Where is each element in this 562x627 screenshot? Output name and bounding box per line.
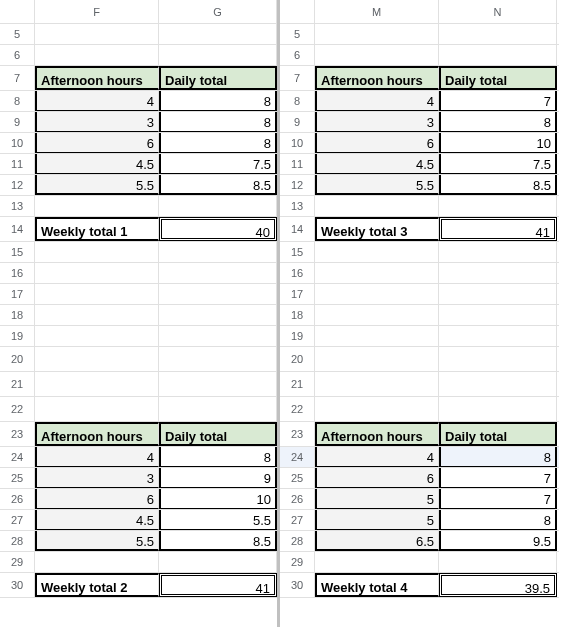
cell[interactable] xyxy=(35,263,159,283)
cell[interactable] xyxy=(439,196,557,216)
row-header[interactable]: 17 xyxy=(0,284,35,304)
cell[interactable] xyxy=(35,24,159,44)
cell[interactable] xyxy=(159,552,277,572)
cell[interactable] xyxy=(315,552,439,572)
cell[interactable] xyxy=(35,196,159,216)
row-header[interactable]: 17 xyxy=(280,284,315,304)
header-daily[interactable]: Daily total xyxy=(439,422,557,446)
cell[interactable]: 5.5 xyxy=(35,175,159,195)
cell[interactable] xyxy=(439,242,557,262)
row-header[interactable]: 24 xyxy=(280,447,315,467)
row-header[interactable]: 13 xyxy=(280,196,315,216)
cell[interactable]: 3 xyxy=(315,112,439,132)
cell[interactable]: 9 xyxy=(159,468,277,488)
row-header[interactable]: 18 xyxy=(0,305,35,325)
row-header[interactable]: 23 xyxy=(280,422,315,446)
cell[interactable] xyxy=(159,24,277,44)
cell[interactable] xyxy=(35,284,159,304)
header-daily[interactable]: Daily total xyxy=(159,422,277,446)
header-afternoon[interactable]: Afternoon hours xyxy=(315,422,439,446)
cell[interactable]: 8 xyxy=(159,133,277,153)
col-header-G[interactable]: G xyxy=(159,0,277,23)
cell[interactable]: 8 xyxy=(439,510,557,530)
cell[interactable]: 6 xyxy=(315,133,439,153)
cell[interactable]: 8 xyxy=(159,112,277,132)
row-header[interactable]: 18 xyxy=(280,305,315,325)
cell[interactable] xyxy=(315,45,439,65)
cell[interactable]: 7 xyxy=(439,489,557,509)
cell[interactable]: 6 xyxy=(315,468,439,488)
row-header[interactable]: 25 xyxy=(280,468,315,488)
row-header[interactable]: 26 xyxy=(0,489,35,509)
row-header[interactable]: 28 xyxy=(0,531,35,551)
cell[interactable]: 6 xyxy=(35,133,159,153)
cell[interactable]: 7 xyxy=(439,91,557,111)
cell[interactable] xyxy=(439,284,557,304)
weekly-total-value[interactable]: 41 xyxy=(159,573,277,597)
cell[interactable] xyxy=(439,326,557,346)
row-header[interactable]: 11 xyxy=(280,154,315,174)
cell[interactable]: 5 xyxy=(315,489,439,509)
row-header[interactable]: 28 xyxy=(280,531,315,551)
row-header[interactable]: 7 xyxy=(0,66,35,90)
cell[interactable]: 4.5 xyxy=(315,154,439,174)
cell[interactable]: 8 xyxy=(439,112,557,132)
row-header[interactable]: 16 xyxy=(280,263,315,283)
header-daily[interactable]: Daily total xyxy=(159,66,277,90)
cell[interactable] xyxy=(35,552,159,572)
row-header[interactable]: 15 xyxy=(280,242,315,262)
row-header[interactable]: 23 xyxy=(0,422,35,446)
cell[interactable]: 4.5 xyxy=(35,510,159,530)
cell[interactable]: 9.5 xyxy=(439,531,557,551)
row-header[interactable]: 29 xyxy=(0,552,35,572)
cell[interactable]: 4.5 xyxy=(35,154,159,174)
cell[interactable] xyxy=(35,305,159,325)
row-header[interactable]: 25 xyxy=(0,468,35,488)
row-header[interactable]: 19 xyxy=(280,326,315,346)
cell[interactable]: 7 xyxy=(439,468,557,488)
row-header[interactable]: 6 xyxy=(280,45,315,65)
row-header[interactable]: 21 xyxy=(280,372,315,396)
cell[interactable]: 5.5 xyxy=(35,531,159,551)
row-header[interactable]: 10 xyxy=(280,133,315,153)
row-header[interactable]: 6 xyxy=(0,45,35,65)
row-header[interactable]: 16 xyxy=(0,263,35,283)
cell[interactable]: 4 xyxy=(315,447,439,467)
cell[interactable]: 4 xyxy=(35,447,159,467)
cell[interactable] xyxy=(159,263,277,283)
cell[interactable] xyxy=(439,263,557,283)
row-header[interactable]: 21 xyxy=(0,372,35,396)
cell[interactable]: 5.5 xyxy=(315,175,439,195)
cell[interactable] xyxy=(439,347,557,371)
cell[interactable] xyxy=(159,242,277,262)
row-header[interactable]: 30 xyxy=(280,573,315,597)
grid-left[interactable]: 5 6 7Afternoon hoursDaily total 848 938 … xyxy=(0,24,277,598)
row-header[interactable]: 15 xyxy=(0,242,35,262)
col-header-M[interactable]: M xyxy=(315,0,439,23)
cell[interactable] xyxy=(35,372,159,396)
cell[interactable]: 10 xyxy=(439,133,557,153)
row-header[interactable]: 14 xyxy=(0,217,35,241)
cell[interactable] xyxy=(315,263,439,283)
cell[interactable]: 7.5 xyxy=(159,154,277,174)
row-header[interactable]: 11 xyxy=(0,154,35,174)
header-afternoon[interactable]: Afternoon hours xyxy=(35,66,159,90)
cell[interactable]: 3 xyxy=(35,468,159,488)
col-header-N[interactable]: N xyxy=(439,0,557,23)
weekly-total-label[interactable]: Weekly total 4 xyxy=(315,573,439,597)
row-header[interactable]: 20 xyxy=(0,347,35,371)
cell[interactable] xyxy=(439,45,557,65)
cell[interactable]: 4 xyxy=(35,91,159,111)
cell[interactable]: 10 xyxy=(159,489,277,509)
header-daily[interactable]: Daily total xyxy=(439,66,557,90)
cell[interactable] xyxy=(159,196,277,216)
cell[interactable]: 6.5 xyxy=(315,531,439,551)
row-header[interactable]: 9 xyxy=(0,112,35,132)
cell[interactable]: 5.5 xyxy=(159,510,277,530)
row-header[interactable]: 12 xyxy=(0,175,35,195)
cell[interactable] xyxy=(315,305,439,325)
cell[interactable] xyxy=(35,397,159,421)
cell[interactable]: 8.5 xyxy=(159,175,277,195)
cell[interactable]: 8 xyxy=(159,91,277,111)
cell[interactable] xyxy=(159,284,277,304)
